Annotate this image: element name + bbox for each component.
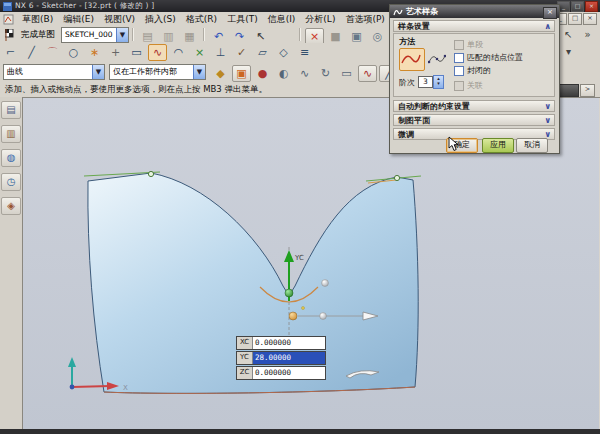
associative-label: 关联 bbox=[467, 80, 483, 91]
part-navigator-icon[interactable]: ▥ bbox=[1, 125, 21, 143]
spline-toggle-icon[interactable]: ∿ bbox=[358, 65, 377, 82]
dimensions-icon[interactable]: ✓ bbox=[232, 44, 251, 61]
snap-enable-icon[interactable]: ◆ bbox=[211, 65, 230, 82]
line-icon[interactable]: ╱ bbox=[22, 44, 41, 61]
menu-view[interactable]: 视图(V) bbox=[99, 13, 140, 26]
finish-sketch-label[interactable]: 完成草图 bbox=[21, 29, 55, 41]
combo-arrow-icon[interactable]: ▼ bbox=[116, 28, 128, 42]
method-label: 方法 bbox=[399, 36, 415, 47]
single-segment-label: 单段 bbox=[467, 39, 483, 50]
degree-spinner[interactable]: ▴▾ bbox=[433, 75, 444, 89]
menu-sketch[interactable]: 草图(B) bbox=[17, 13, 58, 26]
snap-rotate-icon[interactable]: ↻ bbox=[316, 65, 335, 82]
method-group: 方法 阶次 3 ▴▾ 单段 匹配的结点位置 封闭的 bbox=[393, 33, 555, 97]
closed-checkbox[interactable] bbox=[454, 66, 464, 76]
pole-point-lower[interactable] bbox=[320, 313, 327, 320]
offset-icon[interactable]: ▱ bbox=[253, 44, 272, 61]
circle-icon[interactable]: ○ bbox=[64, 44, 83, 61]
pole-point-upper[interactable] bbox=[322, 280, 329, 287]
triad-y-arrowhead bbox=[68, 357, 76, 367]
curve-type-combo[interactable]: 曲线 ▼ bbox=[3, 64, 105, 80]
studio-spline-icon[interactable]: ∿ bbox=[148, 44, 167, 61]
pattern-icon[interactable]: ≡ bbox=[295, 44, 314, 61]
section-spline-settings[interactable]: 样条设置 ∧ bbox=[393, 20, 555, 32]
sketch-name-combo[interactable]: SKETCH_000 ▼ bbox=[61, 27, 129, 43]
degree-label: 阶次 bbox=[399, 77, 415, 88]
cancel-button[interactable]: 取消 bbox=[516, 138, 548, 153]
status-expand-button[interactable]: > bbox=[580, 84, 595, 97]
app-logo-icon bbox=[3, 2, 12, 11]
apply-button[interactable]: 应用 bbox=[482, 138, 514, 153]
status-progress-bar bbox=[557, 84, 579, 97]
more-curves-icon[interactable]: + bbox=[106, 44, 125, 61]
mirror-icon[interactable]: ◇ bbox=[274, 44, 293, 61]
redo-icon[interactable]: ↷ bbox=[230, 28, 249, 45]
save-icon[interactable]: ▤ bbox=[138, 28, 157, 45]
yc-input[interactable]: 28.00000 bbox=[253, 352, 325, 364]
history-icon[interactable]: ◷ bbox=[1, 173, 21, 191]
quick-trim-icon[interactable]: × bbox=[190, 44, 209, 61]
through-points-button[interactable] bbox=[399, 48, 425, 71]
expand-chevron-icon[interactable]: ∨ bbox=[545, 115, 552, 126]
select-cursor-icon[interactable]: ↖ bbox=[560, 26, 577, 43]
xc-input[interactable]: 0.000000 bbox=[253, 337, 325, 349]
xc-input-row: XC 0.000000 bbox=[236, 336, 326, 350]
snap-curve-icon[interactable]: ∿ bbox=[295, 65, 314, 82]
degree-field[interactable]: 3 bbox=[418, 76, 433, 88]
roles-icon[interactable]: ◈ bbox=[1, 197, 21, 215]
scope-combo[interactable]: 仅在工作部件内部 ▼ bbox=[109, 64, 206, 80]
rectangle-icon[interactable]: ▭ bbox=[127, 44, 146, 61]
combo-arrow-icon[interactable]: ▼ bbox=[92, 65, 104, 79]
shaded-icon[interactable]: ■ bbox=[326, 28, 345, 45]
profile-icon[interactable]: ⌐ bbox=[1, 44, 20, 61]
constraints-icon[interactable]: ⊥ bbox=[211, 44, 230, 61]
child-restore-button[interactable]: □ bbox=[568, 13, 582, 25]
assembly-navigator-icon[interactable]: ▤ bbox=[1, 101, 21, 119]
matched-knots-row: 匹配的结点位置 bbox=[454, 52, 523, 63]
snap-midpoint-icon[interactable]: ◐ bbox=[274, 65, 293, 82]
combo-arrow-icon[interactable]: ▼ bbox=[193, 65, 205, 79]
yc-label: YC bbox=[237, 352, 253, 364]
child-close-button[interactable]: × bbox=[583, 13, 597, 25]
triad-x-label: X bbox=[123, 384, 128, 392]
overflow-icon[interactable]: » bbox=[579, 26, 596, 43]
close-button[interactable]: × bbox=[585, 1, 598, 12]
origin-point[interactable] bbox=[289, 312, 297, 320]
zc-input[interactable]: 0.000000 bbox=[253, 367, 325, 379]
snap-endpoint-icon[interactable]: ● bbox=[253, 65, 272, 82]
dropdown-icon[interactable]: ▾ bbox=[560, 43, 577, 60]
copy-icon[interactable]: ▥ bbox=[159, 28, 178, 45]
window-bottom-edge bbox=[0, 429, 600, 434]
delete-icon[interactable]: × bbox=[305, 28, 324, 45]
point-icon[interactable]: ∗ bbox=[85, 44, 104, 61]
spline-point-right[interactable] bbox=[394, 175, 399, 180]
sketch-name-value: SKETCH_000 bbox=[62, 30, 116, 39]
paste-icon[interactable]: ▦ bbox=[180, 28, 199, 45]
arc-icon[interactable]: ⌒ bbox=[43, 44, 62, 61]
sketch-doc-icon bbox=[3, 14, 14, 25]
valley-drag-point[interactable] bbox=[285, 289, 293, 297]
collapse-chevron-icon[interactable]: ∧ bbox=[545, 21, 552, 32]
internet-explorer-icon[interactable]: ◍ bbox=[1, 149, 21, 167]
dialog-title-bar[interactable]: 艺术样条 bbox=[390, 5, 559, 18]
undo-icon[interactable]: ↶ bbox=[209, 28, 228, 45]
yc-axis-arrowhead bbox=[284, 250, 294, 262]
fillet-icon[interactable]: ◠ bbox=[169, 44, 188, 61]
studio-spline-dialog: 艺术样条 × 样条设置 ∧ 方法 阶次 3 ▴▾ 单段 bbox=[389, 4, 560, 154]
rect-mode-icon[interactable]: ▭ bbox=[337, 65, 356, 82]
restore-button[interactable]: □ bbox=[571, 1, 584, 12]
fit-window-icon[interactable]: ▣ bbox=[347, 28, 366, 45]
finish-sketch-icon[interactable] bbox=[5, 29, 18, 41]
matched-knots-checkbox[interactable] bbox=[454, 53, 464, 63]
zoom-icon[interactable]: ◎ bbox=[368, 28, 387, 45]
spline-dialog-icon bbox=[393, 7, 403, 17]
select-icon[interactable]: ↖ bbox=[251, 28, 270, 45]
section-inferred-constraints[interactable]: 自动判断的约束设置 ∨ bbox=[393, 100, 555, 112]
spline-point-left[interactable] bbox=[148, 171, 153, 176]
section-drawing-plane[interactable]: 制图平面 ∨ bbox=[393, 114, 555, 126]
snap-grid-icon[interactable]: ▣ bbox=[232, 65, 251, 82]
dialog-close-icon[interactable]: × bbox=[543, 7, 557, 19]
menu-edit[interactable]: 编辑(E) bbox=[58, 13, 99, 26]
expand-chevron-icon[interactable]: ∨ bbox=[545, 101, 552, 112]
by-poles-button[interactable] bbox=[427, 51, 447, 67]
